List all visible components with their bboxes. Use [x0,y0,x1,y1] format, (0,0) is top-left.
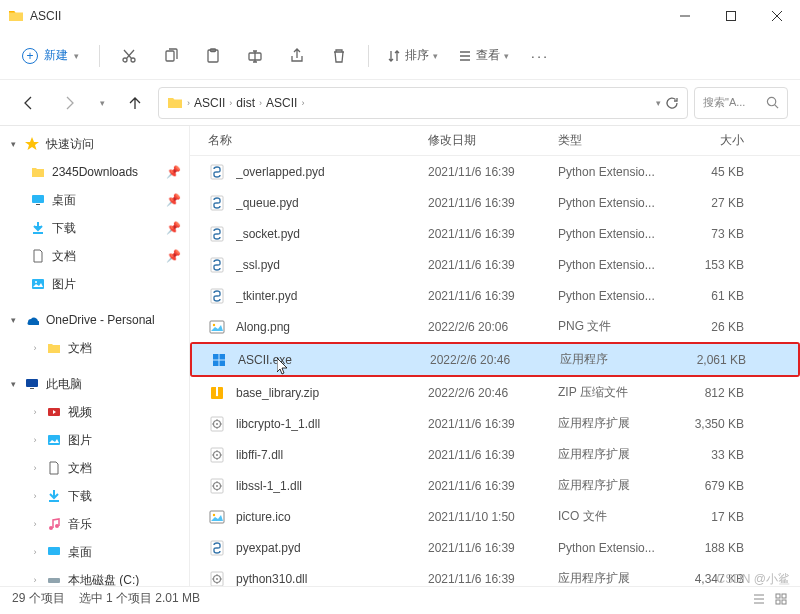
file-name: libffi-7.dll [236,448,428,462]
file-type: 应用程序 [560,351,678,368]
view-button[interactable]: 查看 ▾ [450,41,517,70]
svg-rect-24 [48,578,60,583]
file-name: ASCII.exe [238,353,430,367]
file-icon [208,384,226,402]
sidebar-item-documents[interactable]: 文档📌 [0,242,189,270]
forward-button[interactable] [52,86,86,120]
file-size: 153 KB [676,258,754,272]
breadcrumb-item[interactable]: ASCII › [266,96,304,110]
file-row[interactable]: libssl-1_1.dll2021/11/6 16:39应用程序扩展679 K… [190,470,800,501]
minimize-button[interactable] [662,0,708,32]
file-size: 26 KB [676,320,754,334]
share-button[interactable] [278,38,316,74]
file-name: libssl-1_1.dll [236,479,428,493]
file-row[interactable]: base_library.zip2022/2/6 20:46ZIP 压缩文件81… [190,377,800,408]
cut-button[interactable] [110,38,148,74]
sidebar-thispc[interactable]: ▾此电脑 [0,370,189,398]
maximize-button[interactable] [708,0,754,32]
file-type: 应用程序扩展 [558,477,676,494]
file-size: 812 KB [676,386,754,400]
recent-chevron[interactable]: ▾ [92,86,112,120]
svg-rect-14 [32,279,44,289]
file-date: 2021/11/6 16:39 [428,289,558,303]
file-name: Along.png [236,320,428,334]
svg-point-51 [213,513,215,515]
file-row[interactable]: _ssl.pyd2021/11/6 16:39Python Extensio..… [190,249,800,280]
new-label: 新建 [44,47,68,64]
file-icon [208,194,226,212]
sidebar-item-pictures[interactable]: 图片 [0,270,189,298]
file-icon [208,318,226,336]
copy-button[interactable] [152,38,190,74]
file-row[interactable]: python310.dll2021/11/6 16:39应用程序扩展4,347 … [190,563,800,586]
rename-button[interactable] [236,38,274,74]
search-placeholder: 搜索"A... [703,95,760,110]
file-date: 2021/11/6 16:39 [428,196,558,210]
address-bar[interactable]: › ASCII › dist › ASCII › ▾ [158,87,688,119]
file-icon [208,446,226,464]
file-row[interactable]: libffi-7.dll2021/11/6 16:39应用程序扩展33 KB [190,439,800,470]
column-size[interactable]: 大小 [676,132,754,149]
file-row[interactable]: _queue.pyd2021/11/6 16:39Python Extensio… [190,187,800,218]
back-button[interactable] [12,86,46,120]
large-icons-view[interactable] [774,592,788,606]
column-type[interactable]: 类型 [558,132,676,149]
file-date: 2021/11/6 16:39 [428,572,558,586]
file-row[interactable]: Along.png2022/2/6 20:06PNG 文件26 KB [190,311,800,342]
sort-button[interactable]: 排序 ▾ [379,41,446,70]
close-button[interactable] [754,0,800,32]
sidebar-item-od-docs[interactable]: ›文档 [0,334,189,362]
sidebar-item-pc-dl[interactable]: ›下载 [0,482,189,510]
sidebar-item-downloads2[interactable]: 下载📌 [0,214,189,242]
file-date: 2021/11/6 16:39 [428,541,558,555]
refresh-button[interactable] [665,96,679,110]
status-selected: 选中 1 个项目 2.01 MB [79,590,200,607]
breadcrumb-item[interactable]: dist › [236,96,262,110]
file-type: PNG 文件 [558,318,676,335]
pin-icon: 📌 [166,249,181,263]
more-button[interactable]: ··· [521,38,559,74]
column-name[interactable]: 名称 [208,132,428,149]
delete-button[interactable] [320,38,358,74]
svg-rect-36 [213,360,219,366]
new-button[interactable]: + 新建 ▾ [12,41,89,70]
file-row[interactable]: _socket.pyd2021/11/6 16:39Python Extensi… [190,218,800,249]
cursor-icon [277,358,289,375]
file-row[interactable]: picture.ico2021/11/10 1:50ICO 文件17 KB [190,501,800,532]
file-size: 17 KB [676,510,754,524]
sidebar-item-downloads[interactable]: 2345Downloads📌 [0,158,189,186]
file-row[interactable]: libcrypto-1_1.dll2021/11/6 16:39应用程序扩展3,… [190,408,800,439]
breadcrumb-item[interactable]: ASCII › [194,96,232,110]
file-row[interactable]: _tkinter.pyd2021/11/6 16:39Python Extens… [190,280,800,311]
file-icon [208,477,226,495]
separator [99,45,100,67]
file-row[interactable]: _overlapped.pyd2021/11/6 16:39Python Ext… [190,156,800,187]
highlight-box: ASCII.exe2022/2/6 20:46应用程序2,061 KB [190,342,800,377]
sidebar-item-pc-desktop[interactable]: ›桌面 [0,538,189,566]
dropdown-icon[interactable]: ▾ [656,98,661,108]
view-label: 查看 [476,47,500,64]
sidebar-item-videos[interactable]: ›视频 [0,398,189,426]
sidebar-onedrive[interactable]: ▾OneDrive - Personal [0,306,189,334]
column-date[interactable]: 修改日期 [428,132,558,149]
sidebar-item-music[interactable]: ›音乐 [0,510,189,538]
sidebar-item-disk-c[interactable]: ›本地磁盘 (C:) [0,566,189,586]
file-name: _ssl.pyd [236,258,428,272]
up-button[interactable] [118,86,152,120]
svg-rect-20 [49,500,59,502]
sidebar-item-pc-docs[interactable]: ›文档 [0,454,189,482]
sidebar: ▾快速访问 2345Downloads📌 桌面📌 下载📌 文档📌 图片 ▾One… [0,126,190,586]
sidebar-quick-access[interactable]: ▾快速访问 [0,130,189,158]
search-input[interactable]: 搜索"A... [694,87,788,119]
file-row[interactable]: pyexpat.pyd2021/11/6 16:39Python Extensi… [190,532,800,563]
svg-rect-32 [210,321,224,333]
sidebar-item-pc-pics[interactable]: ›图片 [0,426,189,454]
pin-icon: 📌 [166,193,181,207]
file-name: picture.ico [236,510,428,524]
svg-rect-13 [33,232,43,234]
svg-point-55 [216,578,218,580]
sidebar-item-desktop[interactable]: 桌面📌 [0,186,189,214]
details-view-icon[interactable] [752,592,766,606]
file-date: 2021/11/6 16:39 [428,165,558,179]
paste-button[interactable] [194,38,232,74]
